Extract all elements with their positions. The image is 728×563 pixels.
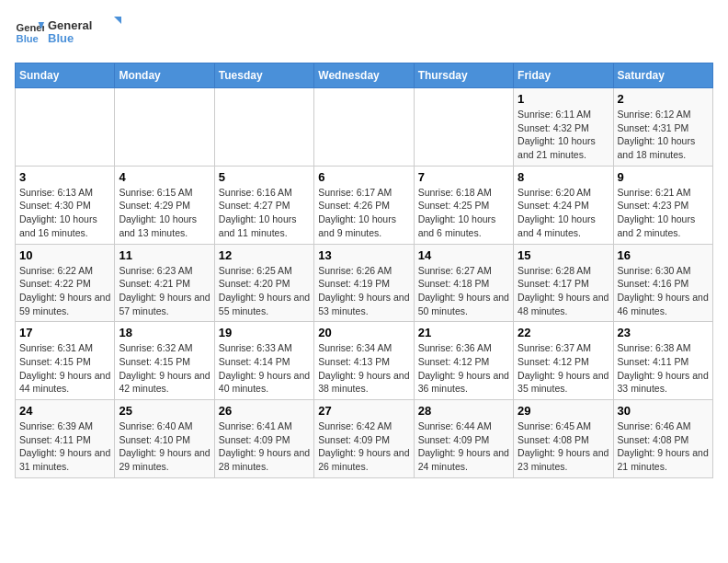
day-number: 3 [19,170,110,184]
day-info: Sunrise: 6:40 AMSunset: 4:10 PMDaylight:… [119,419,210,474]
day-header-wednesday: Wednesday [314,63,414,88]
day-cell: 4Sunrise: 6:15 AMSunset: 4:29 PMDaylight… [115,166,214,244]
day-cell: 18Sunrise: 6:32 AMSunset: 4:15 PMDayligh… [115,322,214,400]
day-cell: 30Sunrise: 6:46 AMSunset: 4:08 PMDayligh… [613,400,712,478]
day-cell: 3Sunrise: 6:13 AMSunset: 4:30 PMDaylight… [16,166,115,244]
day-number: 2 [618,92,709,106]
week-row-3: 17Sunrise: 6:31 AMSunset: 4:15 PMDayligh… [16,322,713,400]
day-number: 22 [518,326,609,339]
day-info: Sunrise: 6:13 AMSunset: 4:30 PMDaylight:… [19,186,110,240]
day-info: Sunrise: 6:38 AMSunset: 4:11 PMDaylight:… [618,341,709,396]
day-info: Sunrise: 6:21 AMSunset: 4:23 PMDaylight:… [618,186,709,240]
day-number: 16 [618,248,709,262]
day-header-thursday: Thursday [414,63,513,88]
day-cell: 1Sunrise: 6:11 AMSunset: 4:32 PMDaylight… [514,88,613,167]
day-info: Sunrise: 6:26 AMSunset: 4:19 PMDaylight:… [318,264,409,318]
day-number: 6 [318,170,409,184]
day-header-tuesday: Tuesday [214,63,313,88]
day-cell: 26Sunrise: 6:41 AMSunset: 4:09 PMDayligh… [214,400,313,478]
header: General Blue General Blue [15,15,713,52]
calendar: SundayMondayTuesdayWednesdayThursdayFrid… [15,63,713,478]
day-info: Sunrise: 6:15 AMSunset: 4:29 PMDaylight:… [119,186,210,240]
svg-text:General: General [48,18,92,32]
svg-marker-5 [114,17,121,26]
day-cell: 6Sunrise: 6:17 AMSunset: 4:26 PMDaylight… [314,166,414,244]
day-number: 9 [618,170,709,184]
day-cell: 28Sunrise: 6:44 AMSunset: 4:09 PMDayligh… [414,400,513,478]
day-number: 4 [119,170,210,184]
day-info: Sunrise: 6:16 AMSunset: 4:27 PMDaylight:… [219,186,310,240]
day-info: Sunrise: 6:12 AMSunset: 4:31 PMDaylight:… [618,108,709,162]
day-cell [214,88,313,167]
day-cell: 7Sunrise: 6:18 AMSunset: 4:25 PMDaylight… [414,166,513,244]
day-cell: 2Sunrise: 6:12 AMSunset: 4:31 PMDaylight… [613,88,712,167]
day-number: 28 [418,404,509,418]
day-number: 1 [518,92,609,106]
day-cell: 15Sunrise: 6:28 AMSunset: 4:17 PMDayligh… [514,244,613,322]
day-header-friday: Friday [514,63,613,88]
day-cell [16,88,115,167]
day-cell: 17Sunrise: 6:31 AMSunset: 4:15 PMDayligh… [16,322,115,400]
day-number: 15 [518,248,609,262]
day-number: 13 [318,248,409,262]
day-number: 26 [219,404,310,418]
day-number: 29 [518,404,609,418]
day-number: 14 [418,248,509,262]
day-cell [314,88,414,167]
day-number: 23 [618,326,709,339]
day-number: 21 [418,326,509,339]
day-cell: 5Sunrise: 6:16 AMSunset: 4:27 PMDaylight… [214,166,313,244]
svg-text:Blue: Blue [17,33,39,44]
day-cell [115,88,214,167]
day-number: 19 [219,326,310,339]
day-number: 24 [19,404,110,418]
day-cell: 21Sunrise: 6:36 AMSunset: 4:12 PMDayligh… [414,322,513,400]
day-info: Sunrise: 6:44 AMSunset: 4:09 PMDaylight:… [418,419,509,474]
day-cell: 20Sunrise: 6:34 AMSunset: 4:13 PMDayligh… [314,322,414,400]
day-info: Sunrise: 6:34 AMSunset: 4:13 PMDaylight:… [318,341,409,396]
week-row-4: 24Sunrise: 6:39 AMSunset: 4:11 PMDayligh… [16,400,713,478]
day-number: 10 [19,248,110,262]
day-info: Sunrise: 6:11 AMSunset: 4:32 PMDaylight:… [518,108,609,162]
svg-text:Blue: Blue [48,31,74,45]
day-number: 27 [318,404,409,418]
day-info: Sunrise: 6:36 AMSunset: 4:12 PMDaylight:… [418,341,509,396]
day-cell: 25Sunrise: 6:40 AMSunset: 4:10 PMDayligh… [115,400,214,478]
day-number: 30 [618,404,709,418]
day-cell: 29Sunrise: 6:45 AMSunset: 4:08 PMDayligh… [514,400,613,478]
day-cell: 14Sunrise: 6:27 AMSunset: 4:18 PMDayligh… [414,244,513,322]
day-cell: 19Sunrise: 6:33 AMSunset: 4:14 PMDayligh… [214,322,313,400]
day-info: Sunrise: 6:32 AMSunset: 4:15 PMDaylight:… [119,341,210,396]
day-cell: 12Sunrise: 6:25 AMSunset: 4:20 PMDayligh… [214,244,313,322]
day-info: Sunrise: 6:46 AMSunset: 4:08 PMDaylight:… [618,419,709,474]
day-info: Sunrise: 6:31 AMSunset: 4:15 PMDaylight:… [19,341,110,396]
day-info: Sunrise: 6:17 AMSunset: 4:26 PMDaylight:… [318,186,409,240]
day-info: Sunrise: 6:18 AMSunset: 4:25 PMDaylight:… [418,186,509,240]
day-info: Sunrise: 6:42 AMSunset: 4:09 PMDaylight:… [318,419,409,474]
day-cell: 8Sunrise: 6:20 AMSunset: 4:24 PMDaylight… [514,166,613,244]
calendar-body: 1Sunrise: 6:11 AMSunset: 4:32 PMDaylight… [16,88,713,478]
week-row-1: 3Sunrise: 6:13 AMSunset: 4:30 PMDaylight… [16,166,713,244]
day-number: 7 [418,170,509,184]
day-info: Sunrise: 6:30 AMSunset: 4:16 PMDaylight:… [618,264,709,318]
day-info: Sunrise: 6:28 AMSunset: 4:17 PMDaylight:… [518,264,609,318]
day-cell: 22Sunrise: 6:37 AMSunset: 4:12 PMDayligh… [514,322,613,400]
day-number: 12 [219,248,310,262]
day-cell: 11Sunrise: 6:23 AMSunset: 4:21 PMDayligh… [115,244,214,322]
day-number: 20 [318,326,409,339]
day-info: Sunrise: 6:22 AMSunset: 4:22 PMDaylight:… [19,264,110,318]
day-cell: 9Sunrise: 6:21 AMSunset: 4:23 PMDaylight… [613,166,712,244]
week-row-2: 10Sunrise: 6:22 AMSunset: 4:22 PMDayligh… [16,244,713,322]
day-info: Sunrise: 6:27 AMSunset: 4:18 PMDaylight:… [418,264,509,318]
day-number: 18 [119,326,210,339]
logo-svg: General Blue [48,15,121,48]
day-cell: 16Sunrise: 6:30 AMSunset: 4:16 PMDayligh… [613,244,712,322]
day-number: 5 [219,170,310,184]
day-info: Sunrise: 6:20 AMSunset: 4:24 PMDaylight:… [518,186,609,240]
day-info: Sunrise: 6:25 AMSunset: 4:20 PMDaylight:… [219,264,310,318]
day-cell: 27Sunrise: 6:42 AMSunset: 4:09 PMDayligh… [314,400,414,478]
day-info: Sunrise: 6:41 AMSunset: 4:09 PMDaylight:… [219,419,310,474]
day-number: 8 [518,170,609,184]
day-header-saturday: Saturday [613,63,712,88]
day-cell: 23Sunrise: 6:38 AMSunset: 4:11 PMDayligh… [613,322,712,400]
